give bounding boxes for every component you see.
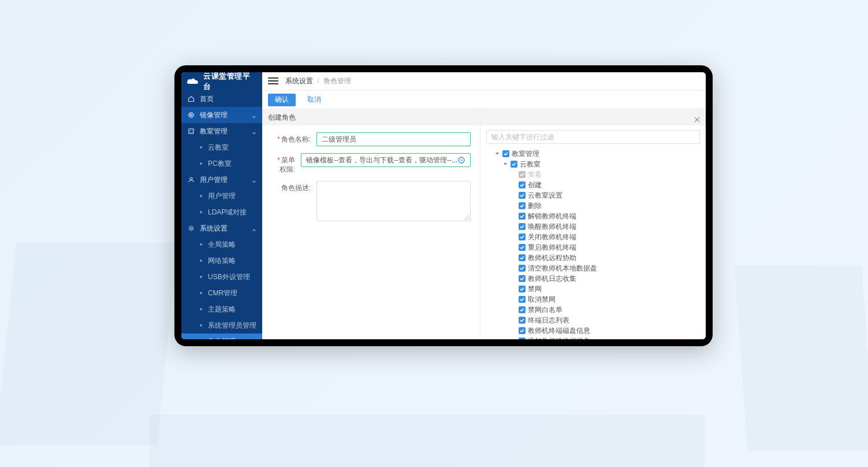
role-name-input[interactable] <box>316 132 471 146</box>
tree-node[interactable]: 禁网 <box>486 284 700 294</box>
tree-node[interactable]: 终端日志列表 <box>486 315 700 325</box>
tree-node[interactable]: 添加教师机终端磁盘 <box>486 336 700 339</box>
clear-circle-icon[interactable] <box>457 156 465 164</box>
nav-image-mgmt[interactable]: 镜像管理 <box>181 107 262 123</box>
tree-node[interactable]: 删除 <box>486 201 700 211</box>
menu-toggle-icon[interactable] <box>268 77 278 86</box>
caret-down-icon[interactable] <box>494 151 500 157</box>
confirm-button[interactable]: 确认 <box>268 94 296 106</box>
tree-node[interactable]: 教师机远程协助 <box>486 253 700 263</box>
caret-down-icon[interactable] <box>502 161 508 167</box>
checkbox[interactable] <box>519 202 526 209</box>
chevron-down-icon <box>252 129 256 134</box>
checkbox[interactable] <box>519 233 526 240</box>
checkbox[interactable] <box>502 150 509 157</box>
svg-point-1 <box>191 114 192 116</box>
nav-pc-classroom[interactable]: PC教室 <box>181 155 262 172</box>
close-icon[interactable] <box>694 114 700 120</box>
menu-permission-select[interactable]: 镜像模板--查看，导出与下载--查看，驱动管理--... <box>301 153 471 167</box>
checkbox[interactable] <box>519 244 526 251</box>
nav-label: USB外设管理 <box>208 272 250 282</box>
tree-label: 重启教师机终端 <box>528 243 576 253</box>
checkbox[interactable] <box>519 265 526 272</box>
logo-text: 云课堂管理平台 <box>203 72 258 92</box>
nav-label: 镜像管理 <box>200 110 228 120</box>
tree-node[interactable]: 创建 <box>486 180 700 190</box>
nav-theme[interactable]: 主题策略 <box>181 301 262 317</box>
building-icon <box>187 127 195 135</box>
breadcrumb-main: 系统设置 <box>285 77 313 85</box>
checkbox[interactable] <box>519 181 526 188</box>
bullet-icon <box>200 292 202 294</box>
svg-point-4 <box>190 227 192 229</box>
tree-node[interactable]: 取消禁网 <box>486 294 700 305</box>
nav-usb[interactable]: USB外设管理 <box>181 269 262 285</box>
tree-label: 解锁教师机终端 <box>528 212 576 221</box>
checkbox[interactable] <box>519 338 526 339</box>
checkbox-disabled <box>519 171 526 178</box>
checkbox[interactable] <box>519 296 526 303</box>
tree-label: 清空教师机本地数据盘 <box>528 264 597 273</box>
nav-label: 全局策略 <box>208 240 236 250</box>
tree-label: 教室管理 <box>512 149 539 159</box>
checkbox[interactable] <box>519 306 526 313</box>
nav-cmr[interactable]: CMR管理 <box>181 285 262 301</box>
nav-label: 用户管理 <box>208 191 236 201</box>
svg-rect-2 <box>189 129 193 134</box>
nav-cloud-classroom[interactable]: 云教室 <box>181 139 262 155</box>
tree-pane: 教室管理 云教室 查看 创建 <box>480 109 706 339</box>
checkbox[interactable] <box>519 213 526 220</box>
tree-label: 删除 <box>528 201 542 211</box>
checkbox[interactable] <box>519 223 526 230</box>
tree-node[interactable]: 清空教师机本地数据盘 <box>486 263 700 273</box>
main: 系统设置 / 角色管理 确认 取消 创建角色 *角色名称 <box>262 72 706 339</box>
checkbox[interactable] <box>519 327 526 334</box>
nav-user-mgmt-sub[interactable]: 用户管理 <box>181 188 262 204</box>
role-desc-textarea[interactable] <box>316 181 471 221</box>
resize-handle-icon <box>464 215 469 220</box>
checkbox[interactable] <box>519 254 526 261</box>
checkbox[interactable] <box>519 275 526 282</box>
nav-label: 用户管理 <box>200 175 228 185</box>
cancel-button[interactable]: 取消 <box>300 94 328 106</box>
tree-node[interactable]: 唤醒教师机终端 <box>486 221 700 232</box>
tree-label: 云教室设置 <box>528 191 562 201</box>
tree-node[interactable]: 教师机终端磁盘信息 <box>486 325 700 336</box>
breadcrumb-separator: / <box>317 77 319 85</box>
nav-classroom-mgmt[interactable]: 教室管理 <box>181 123 262 139</box>
checkbox[interactable] <box>511 161 517 168</box>
checkbox[interactable] <box>519 192 526 199</box>
topbar: 系统设置 / 角色管理 <box>262 72 706 91</box>
tree-node[interactable]: 教室管理 <box>486 149 700 159</box>
bullet-icon <box>200 324 202 327</box>
nav-admin-mgmt[interactable]: 系统管理员管理 <box>181 317 262 333</box>
bullet-icon <box>200 276 202 278</box>
tree-node[interactable]: 重启教师机终端 <box>486 242 700 253</box>
tree-node[interactable]: 云教室设置 <box>486 190 700 201</box>
nav-label: 主题策略 <box>208 305 236 314</box>
breadcrumb-sub: 角色管理 <box>323 77 351 85</box>
nav-system-settings[interactable]: 系统设置 <box>181 220 262 236</box>
nav-network-policy[interactable]: 网络策略 <box>181 253 262 269</box>
nav-ldap[interactable]: LDAP域对接 <box>181 204 262 220</box>
bullet-icon <box>200 308 202 310</box>
logo: 云课堂管理平台 <box>181 72 262 91</box>
checkbox[interactable] <box>519 317 526 324</box>
bullet-icon <box>200 260 202 262</box>
tree-node[interactable]: 禁网白名单 <box>486 305 700 315</box>
tree-filter-input[interactable] <box>486 130 700 144</box>
tree-node: 查看 <box>486 169 700 180</box>
nav-home[interactable]: 首页 <box>181 91 262 107</box>
nav-label: CMR管理 <box>208 288 237 298</box>
tree-label: 教师机日志收集 <box>528 274 576 284</box>
tree-node[interactable]: 云教室 <box>486 159 700 169</box>
tree-node[interactable]: 关闭教师机终端 <box>486 232 700 242</box>
checkbox[interactable] <box>519 286 526 292</box>
nav-user-mgmt[interactable]: 用户管理 <box>181 172 262 188</box>
tree-node[interactable]: 教师机日志收集 <box>486 273 700 284</box>
bullet-icon <box>200 195 202 197</box>
tree-node[interactable]: 解锁教师机终端 <box>486 211 700 221</box>
nav-global-policy[interactable]: 全局策略 <box>181 236 262 253</box>
nav-label: PC教室 <box>208 159 232 169</box>
nav-role-mgmt[interactable]: 角色管理 <box>181 333 262 339</box>
